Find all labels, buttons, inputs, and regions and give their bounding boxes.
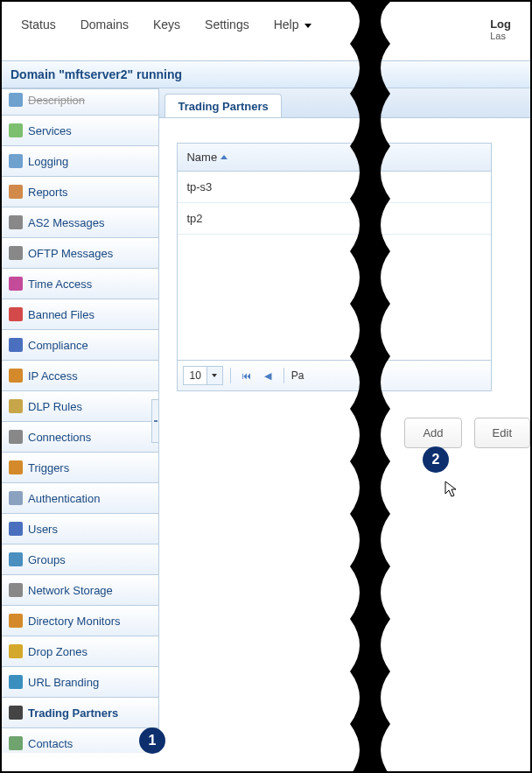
page-size-select[interactable]: 10 [183,366,222,385]
sidebar-item-as2[interactable]: AS2 Messages [2,207,158,238]
tab-trading-partners[interactable]: Trading Partners [164,94,281,117]
pager-first-button[interactable]: ⏮ [238,367,256,384]
sidebar-item-label: Time Access [28,278,92,291]
sidebar-item-services[interactable]: Services [2,116,158,146]
sidebar-item-ip-access[interactable]: IP Access [2,361,158,391]
banned-icon [9,307,23,321]
compliance-icon [9,338,23,352]
sidebar-item-label: Banned Files [28,308,94,321]
pager: 10 ⏮ ◀ Pa [178,360,491,390]
login-line1: Log [490,18,511,31]
nav-settings[interactable]: Settings [205,18,249,41]
sidebar-item-label: Authentication [28,492,100,505]
logging-icon [9,154,23,168]
sidebar-item-label: Connections [28,431,91,444]
pager-label: Pa [291,369,304,382]
sidebar-item-contacts[interactable]: Contacts [2,728,158,753]
annotation-badge-2: 2 [423,446,449,473]
sidebar-scroll[interactable]: Description Services Logging Reports AS2… [2,88,158,753]
sidebar-item-oftp[interactable]: OFTP Messages [2,238,158,269]
connections-icon [9,430,23,444]
table-row[interactable]: tp-s3 [178,172,491,203]
sidebar-item-label: Reports [28,186,68,199]
top-bar: Status Domains Keys Settings Help Log La… [2,2,530,60]
action-buttons: Add Edit [177,418,530,448]
sidebar-item-time-access[interactable]: Time Access [2,269,158,299]
sidebar-item-label: DLP Rules [28,400,82,413]
sidebar-item-network-storage[interactable]: Network Storage [2,575,158,606]
url-icon [9,675,23,689]
edit-button[interactable]: Edit [474,418,530,448]
groups-icon [9,552,23,566]
users-icon [9,522,23,536]
sidebar-item-label: Triggers [28,461,69,474]
sidebar-item-label: Contacts [28,737,73,750]
nav-keys[interactable]: Keys [153,18,180,41]
login-line2: Las [490,31,511,41]
sidebar-item-users[interactable]: Users [2,514,158,545]
nav-domains[interactable]: Domains [80,18,129,41]
sidebar-item-logging[interactable]: Logging [2,146,158,177]
services-icon [9,123,23,137]
tab-bar: Trading Partners [159,88,530,118]
trading-partners-grid: Name tp-s3 tp2 10 ⏮ ◀ [177,143,492,391]
description-icon [9,93,23,107]
sidebar-item-authentication[interactable]: Authentication [2,483,158,514]
top-nav: Status Domains Keys Settings Help [21,18,312,41]
reports-icon [9,185,23,199]
add-button[interactable]: Add [404,418,461,448]
sidebar-item-banned-files[interactable]: Banned Files [2,299,158,330]
sidebar-item-label: IP Access [28,369,78,383]
sidebar-item-dlp[interactable]: DLP Rules [2,391,158,422]
sidebar-item-triggers[interactable]: Triggers [2,453,158,483]
domain-status-bar: Domain "mftserver2" running [2,60,530,88]
sidebar-item-label: Directory Monitors [28,615,120,628]
sidebar: Description Services Logging Reports AS2… [2,88,159,753]
sidebar-item-label: Services [28,124,72,137]
sort-asc-icon [220,155,228,159]
sidebar-item-label: Description [28,94,85,107]
ip-icon [9,369,23,383]
monitor-icon [9,614,23,628]
oftp-icon [9,246,23,260]
sidebar-item-url-branding[interactable]: URL Branding [2,667,158,698]
sidebar-item-label: Drop Zones [28,645,88,658]
login-info: Log Las [490,18,511,41]
sidebar-item-label: OFTP Messages [28,247,113,260]
annotation-badge-1: 1 [139,727,165,754]
sidebar-item-connections[interactable]: Connections [2,422,158,453]
sidebar-item-label: Users [28,523,58,536]
table-row[interactable]: tp2 [178,203,491,235]
sidebar-item-groups[interactable]: Groups [2,545,158,575]
grid-header-name[interactable]: Name [178,144,491,171]
storage-icon [9,583,23,597]
time-icon [9,277,23,291]
nav-help[interactable]: Help [274,18,312,41]
sidebar-collapser[interactable] [151,399,159,443]
pager-prev-button[interactable]: ◀ [259,367,276,384]
sidebar-item-label: Trading Partners [28,706,118,720]
as2-icon [9,215,23,229]
sidebar-item-trading-partners[interactable]: Trading Partners [2,698,158,728]
sidebar-item-label: Network Storage [28,584,113,597]
dropzone-icon [9,644,23,658]
nav-status[interactable]: Status [21,18,56,41]
sidebar-item-directory-monitors[interactable]: Directory Monitors [2,606,158,636]
sidebar-item-label: Compliance [28,339,88,352]
grid-body: tp-s3 tp2 [178,172,491,360]
sidebar-item-label: Logging [28,155,68,168]
sidebar-item-label: URL Branding [28,676,99,689]
chevron-down-icon [304,24,312,28]
main-area: Description Services Logging Reports AS2… [2,88,530,753]
sidebar-item-label: Groups [28,553,66,566]
chevron-down-icon [206,367,222,384]
grid-header: Name [178,144,491,172]
cursor-icon [444,481,458,498]
triggers-icon [9,460,23,474]
sidebar-item-drop-zones[interactable]: Drop Zones [2,636,158,667]
sidebar-item-reports[interactable]: Reports [2,177,158,207]
sidebar-item-description[interactable]: Description [2,88,158,116]
trading-icon [9,706,23,720]
sidebar-item-compliance[interactable]: Compliance [2,330,158,361]
dlp-icon [9,399,23,413]
